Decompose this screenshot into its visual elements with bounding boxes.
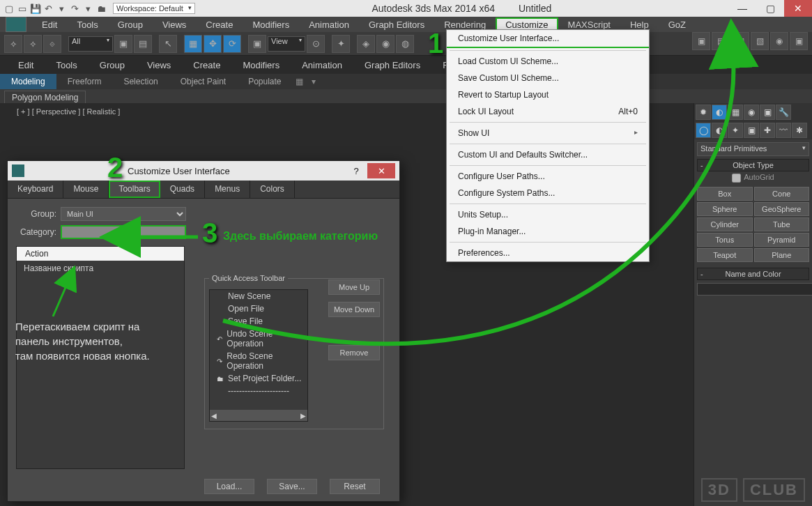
- tr-icon-6[interactable]: ▣: [790, 32, 808, 50]
- lights-icon[interactable]: ✦: [728, 123, 743, 138]
- open-icon[interactable]: ▭: [16, 3, 28, 15]
- workspace-selector[interactable]: Workspace: Default: [113, 3, 195, 14]
- category-select[interactable]: [61, 225, 186, 239]
- qat-item[interactable]: ----------------------: [210, 385, 307, 397]
- manip-icon[interactable]: ✦: [332, 35, 350, 53]
- ribbon-objectpaint[interactable]: Object Paint: [169, 74, 237, 89]
- menu-save-ui[interactable]: Save Custom UI Scheme...: [447, 70, 649, 86]
- qat-item[interactable]: Save File: [210, 315, 307, 328]
- new-icon[interactable]: ▢: [3, 3, 15, 15]
- m2-tools[interactable]: Tools: [45, 57, 88, 73]
- sphere-button[interactable]: Sphere: [697, 202, 753, 216]
- autogrid-checkbox[interactable]: AutoGrid: [697, 171, 809, 184]
- load-button[interactable]: Load...: [204, 479, 254, 494]
- create-tab-icon[interactable]: ✹: [696, 105, 711, 120]
- cylinder-button[interactable]: Cylinder: [697, 217, 753, 231]
- m2-views[interactable]: Views: [136, 57, 182, 73]
- tr-icon-2[interactable]: ▤: [712, 32, 730, 50]
- motion-tab-icon[interactable]: ◉: [744, 105, 759, 120]
- menu-customize-ui[interactable]: Customize User Interface...: [447, 30, 649, 48]
- close-button[interactable]: ✕: [784, 0, 812, 17]
- shapes-icon[interactable]: ◐: [712, 123, 727, 138]
- dialog-help-button[interactable]: ?: [348, 166, 365, 176]
- m2-grapheditors[interactable]: Graph Editors: [353, 57, 431, 73]
- plane-button[interactable]: Plane: [754, 248, 810, 262]
- redo-icon[interactable]: ↷: [69, 3, 81, 15]
- menu-create[interactable]: Create: [196, 17, 243, 32]
- move-down-button[interactable]: Move Down: [328, 302, 380, 317]
- menu-units[interactable]: Units Setup...: [447, 206, 649, 223]
- qat-item[interactable]: 🖿Set Project Folder...: [210, 372, 307, 385]
- m2-modifiers[interactable]: Modifiers: [231, 57, 291, 73]
- menu-views[interactable]: Views: [153, 17, 196, 32]
- ribbon-selection[interactable]: Selection: [112, 74, 169, 89]
- qat-item[interactable]: New Scene: [210, 290, 307, 302]
- minimize-button[interactable]: —: [728, 0, 756, 17]
- tube-button[interactable]: Tube: [754, 217, 810, 231]
- polygon-modeling-panel[interactable]: Polygon Modeling: [4, 91, 86, 105]
- tab-colors[interactable]: Colors: [250, 181, 295, 198]
- helpers-icon[interactable]: ✚: [760, 123, 775, 138]
- move-icon[interactable]: ✥: [204, 35, 222, 53]
- hierarchy-tab-icon[interactable]: ▦: [728, 105, 743, 120]
- qat-item[interactable]: ↶Undo Scene Operation: [210, 328, 307, 350]
- modify-tab-icon[interactable]: ◐: [712, 105, 727, 120]
- tab-keyboard[interactable]: Keyboard: [8, 181, 63, 198]
- qat-list[interactable]: New Scene Open File Save File ↶Undo Scen…: [209, 289, 308, 422]
- move-up-button[interactable]: Move Up: [328, 279, 380, 295]
- action-item[interactable]: Название скрипта: [17, 261, 184, 276]
- cone-button[interactable]: Cone: [754, 187, 810, 201]
- save-button[interactable]: Save...: [267, 479, 317, 494]
- m2-animation[interactable]: Animation: [291, 57, 353, 73]
- link-icon[interactable]: ⟡: [4, 35, 22, 53]
- window-crossing-icon[interactable]: ▦: [184, 35, 202, 53]
- ribbon-populate[interactable]: Populate: [237, 74, 292, 89]
- scale-icon[interactable]: ▣: [248, 35, 266, 53]
- object-type-header[interactable]: -Object Type: [697, 159, 809, 171]
- menu-goz[interactable]: GoZ: [659, 17, 696, 32]
- menu-system-paths[interactable]: Configure System Paths...: [447, 185, 649, 201]
- display-tab-icon[interactable]: ▣: [760, 105, 775, 120]
- pyramid-button[interactable]: Pyramid: [754, 233, 810, 247]
- selection-filter[interactable]: All: [68, 36, 113, 52]
- menu-revert[interactable]: Revert to Startup Layout: [447, 86, 649, 103]
- m2-edit[interactable]: Edit: [7, 57, 45, 73]
- menu-lock-ui[interactable]: Lock UI LayoutAlt+0: [447, 103, 649, 120]
- select-icon[interactable]: ▣: [114, 35, 132, 53]
- menu-preferences[interactable]: Preferences...: [447, 245, 649, 261]
- menu-plugin-mgr[interactable]: Plug-in Manager...: [447, 223, 649, 240]
- systems-icon[interactable]: ✱: [792, 123, 807, 138]
- spacewarps-icon[interactable]: 〰: [776, 123, 791, 138]
- tab-mouse[interactable]: Mouse: [63, 181, 109, 198]
- rotate-icon[interactable]: ⟳: [223, 35, 241, 53]
- utilities-tab-icon[interactable]: 🔧: [776, 105, 791, 120]
- menu-load-ui[interactable]: Load Custom UI Scheme...: [447, 53, 649, 70]
- qat-item[interactable]: Open File: [210, 302, 307, 315]
- undo-icon[interactable]: ↶: [43, 3, 54, 15]
- tr-icon-1[interactable]: ▣: [692, 32, 710, 50]
- redo-drop-icon[interactable]: ▾: [82, 3, 94, 15]
- menu-tools[interactable]: Tools: [67, 17, 107, 32]
- unlink-icon[interactable]: ⟡: [24, 35, 42, 53]
- box-button[interactable]: Box: [697, 187, 753, 201]
- tr-icon-3[interactable]: ▦: [731, 32, 749, 50]
- project-icon[interactable]: 🖿: [95, 3, 107, 15]
- tab-quads[interactable]: Quads: [160, 181, 205, 198]
- ribbon-icon[interactable]: ▦: [293, 77, 307, 86]
- center-icon[interactable]: ⊙: [307, 35, 325, 53]
- ribbon-modeling[interactable]: Modeling: [0, 74, 56, 89]
- dialog-close-button[interactable]: ✕: [367, 163, 395, 178]
- torus-button[interactable]: Torus: [697, 233, 753, 247]
- menu-grapheditors[interactable]: Graph Editors: [359, 17, 434, 32]
- menu-user-paths[interactable]: Configure User Paths...: [447, 168, 649, 185]
- menu-defaults-switcher[interactable]: Custom UI and Defaults Switcher...: [447, 146, 649, 163]
- ribbon-expand-icon[interactable]: ▾: [307, 77, 321, 86]
- ribbon-freeform[interactable]: Freeform: [56, 74, 113, 89]
- cursor-icon[interactable]: ↖: [159, 35, 177, 53]
- tr-icon-4[interactable]: ▧: [751, 32, 769, 50]
- menu-group[interactable]: Group: [108, 17, 153, 32]
- menu-edit[interactable]: Edit: [32, 17, 67, 32]
- undo-drop-icon[interactable]: ▾: [56, 3, 68, 15]
- menu-show-ui[interactable]: Show UI: [447, 125, 649, 141]
- qat-item[interactable]: ↷Redo Scene Operation: [210, 350, 307, 372]
